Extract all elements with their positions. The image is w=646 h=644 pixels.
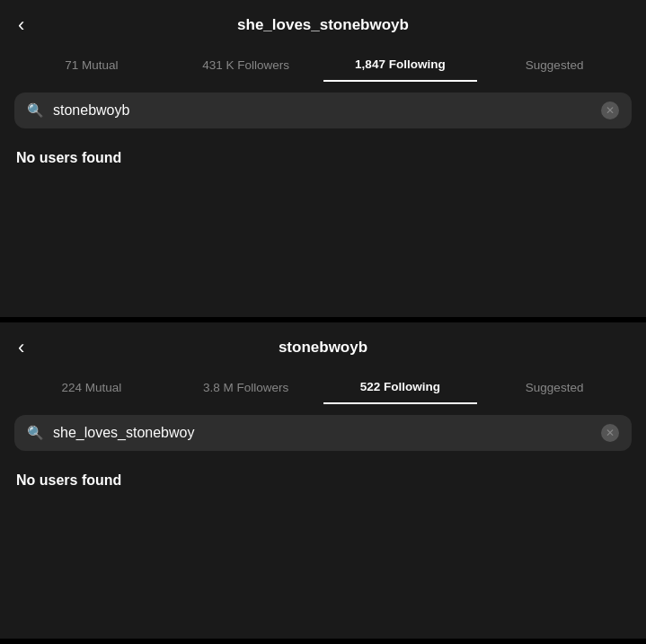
panel-1: ‹ she_loves_stonebwoyb 71 Mutual 431 K F…: [0, 0, 646, 322]
no-users-text-1: No users found: [0, 139, 646, 177]
clear-button-2[interactable]: ✕: [601, 424, 619, 442]
search-container-1: 🔍 ✕: [0, 82, 646, 139]
panel-2-header: ‹ stonebwoyb: [0, 322, 646, 369]
no-users-text-2: No users found: [0, 462, 646, 499]
search-input-2[interactable]: [53, 425, 592, 441]
tab-followers-2[interactable]: 3.8 M Followers: [169, 374, 323, 403]
panel-1-header: ‹ she_loves_stonebwoyb: [0, 0, 646, 47]
tab-followers-1[interactable]: 431 K Followers: [169, 51, 323, 81]
tab-following-2[interactable]: 522 Following: [323, 373, 478, 404]
panel-2-tabs: 224 Mutual 3.8 M Followers 522 Following…: [0, 369, 646, 404]
tab-suggested-1[interactable]: Suggested: [477, 51, 632, 81]
clear-button-1[interactable]: ✕: [601, 101, 619, 119]
panel-1-tabs: 71 Mutual 431 K Followers 1,847 Followin…: [0, 47, 646, 82]
search-icon-1: 🔍: [27, 102, 44, 119]
panel-2-title: stonebwoyb: [279, 339, 367, 357]
search-bar-1: 🔍 ✕: [14, 93, 632, 128]
search-icon-2: 🔍: [27, 425, 44, 441]
panel-1-title: she_loves_stonebwoyb: [237, 16, 409, 34]
panel-2: ‹ stonebwoyb 224 Mutual 3.8 M Followers …: [0, 322, 646, 645]
search-input-1[interactable]: [53, 102, 592, 119]
tab-following-1[interactable]: 1,847 Following: [323, 50, 478, 82]
tab-mutual-2[interactable]: 224 Mutual: [14, 374, 169, 403]
search-container-2: 🔍 ✕: [0, 404, 646, 462]
back-button-2[interactable]: ‹: [18, 338, 24, 357]
search-bar-2: 🔍 ✕: [14, 415, 632, 451]
back-button-1[interactable]: ‹: [18, 15, 24, 35]
tab-suggested-2[interactable]: Suggested: [477, 374, 632, 403]
tab-mutual-1[interactable]: 71 Mutual: [14, 51, 169, 81]
